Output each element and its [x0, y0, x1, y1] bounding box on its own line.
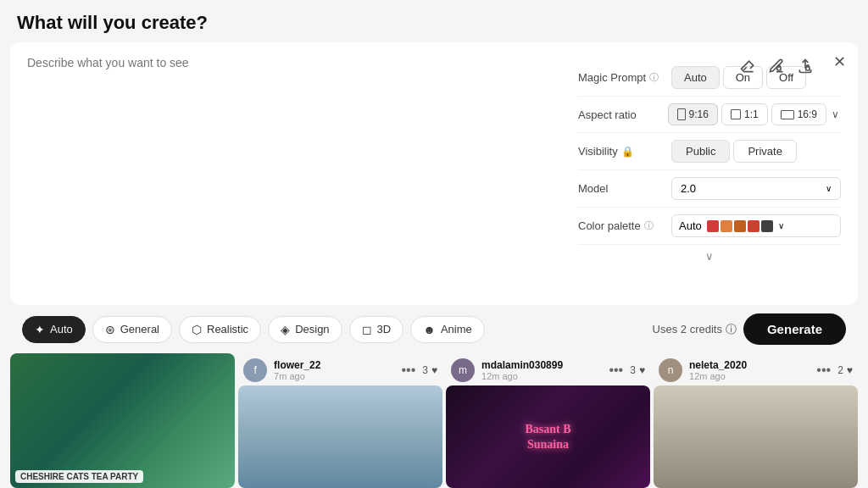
color-palette-row: Color palette ⓘ Auto ∨ [578, 208, 841, 245]
gallery-col-3: m mdalamin030899 12m ago ••• 3 ♥ Basant … [446, 353, 650, 488]
aspect-portrait-btn[interactable]: 9:16 [668, 103, 718, 125]
like-section-3: 3 ♥ [630, 364, 645, 376]
edit-lock-icon-btn[interactable] [766, 56, 787, 76]
settings-panel: Magic Prompt ⓘ Auto On Off Aspect ratio [578, 56, 841, 291]
color-swatches [707, 220, 773, 232]
avatar-4: n [659, 358, 682, 382]
style-design-btn[interactable]: ◈ Design [268, 316, 342, 343]
swatch-1 [707, 220, 719, 232]
gallery-col-2: f flower_22 7m ago ••• 3 ♥ [238, 353, 442, 488]
prompt-icons [737, 56, 815, 76]
swatch-2 [721, 220, 732, 232]
visibility-public-btn[interactable]: Public [671, 140, 730, 163]
like-count-3: 3 [630, 364, 636, 376]
like-section-2: 3 ♥ [422, 364, 437, 376]
aspect-ratio-label: Aspect ratio [578, 108, 668, 121]
aspect-ratio-controls: 9:16 1:1 16:9 ∨ [668, 103, 841, 125]
aspect-ratio-row: Aspect ratio 9:16 1:1 16:9 ∨ [578, 97, 841, 133]
landscape-icon [781, 110, 794, 119]
gallery-header-2: f flower_22 7m ago ••• 3 ♥ [238, 353, 442, 385]
model-select-btn[interactable]: 2.0 ∨ [671, 177, 841, 200]
model-chevron-icon: ∨ [826, 184, 832, 193]
more-btn-2[interactable]: ••• [401, 363, 415, 378]
bottom-bar: ✦ Auto ⊛ General ⬡ Realistic ◈ Design ◻ … [10, 305, 858, 353]
more-btn-3[interactable]: ••• [609, 363, 623, 378]
gallery: CHESHIRE CATS TEA PARTY f flower_22 7m a… [10, 353, 858, 488]
upload-lock-icon-btn[interactable] [795, 56, 815, 76]
magic-prompt-label: Magic Prompt ⓘ [578, 71, 671, 84]
like-count-2: 3 [422, 364, 428, 376]
magic-prompt-auto-btn[interactable]: Auto [671, 66, 720, 89]
heart-icon-2: ♥ [431, 364, 437, 376]
user-info-4: neleta_2020 12m ago [689, 359, 810, 381]
gallery-image-3: Basant BSunaina [446, 385, 650, 488]
color-palette-info-icon: ⓘ [644, 219, 654, 232]
close-button[interactable]: ✕ [833, 53, 846, 71]
gallery-col-4: n neleta_2020 12m ago ••• 2 ♥ [654, 353, 858, 488]
swatch-4 [748, 220, 760, 232]
page-title: What will you create? [0, 0, 868, 42]
anime-style-icon: ☻ [423, 323, 436, 336]
generate-button[interactable]: Generate [743, 313, 846, 345]
prompt-area [27, 56, 561, 291]
3d-style-icon: ◻ [362, 323, 372, 336]
username-2: flower_22 [274, 359, 394, 371]
style-3d-btn[interactable]: ◻ 3D [349, 316, 404, 343]
prompt-textarea[interactable] [27, 56, 561, 259]
more-btn-4[interactable]: ••• [816, 363, 831, 378]
style-anime-btn[interactable]: ☻ Anime [410, 316, 485, 343]
gallery-image-2 [238, 385, 442, 488]
model-row: Model 2.0 ∨ [578, 170, 841, 208]
design-style-icon: ◈ [281, 323, 290, 336]
visibility-controls: Public Private [671, 140, 841, 163]
eraser-icon-btn[interactable] [737, 56, 758, 76]
lock-icon: 🔒 [621, 146, 634, 158]
style-auto-btn[interactable]: ✦ Auto [22, 316, 86, 343]
expand-settings-btn[interactable]: ∨ [578, 245, 841, 264]
heart-icon-4: ♥ [847, 364, 853, 376]
auto-style-icon: ✦ [35, 323, 45, 336]
like-count-4: 2 [837, 364, 843, 376]
credits-text: Uses 2 credits ⓘ [653, 322, 737, 337]
swatch-3 [734, 220, 746, 232]
aspect-more-btn[interactable]: ∨ [830, 107, 841, 122]
square-icon [731, 109, 741, 119]
post-time-2: 7m ago [274, 371, 394, 381]
avatar-2: f [243, 358, 267, 382]
visibility-row: Visibility 🔒 Public Private [578, 133, 841, 170]
main-panel: ✕ Magic Prompt ⓘ Auto On Off Aspect rati… [10, 42, 858, 305]
like-section-4: 2 ♥ [837, 364, 853, 376]
realistic-style-icon: ⬡ [192, 323, 202, 336]
swatch-5 [761, 220, 773, 232]
gallery-image-1: CHESHIRE CATS TEA PARTY [10, 353, 235, 488]
general-style-icon: ⊛ [105, 323, 115, 336]
user-info-2: flower_22 7m ago [274, 359, 394, 381]
magic-prompt-info-icon: ⓘ [649, 71, 659, 84]
aspect-landscape-btn[interactable]: 16:9 [771, 103, 826, 125]
color-palette-label: Color palette ⓘ [578, 219, 671, 232]
gallery-col-1: CHESHIRE CATS TEA PARTY [10, 353, 235, 488]
visibility-private-btn[interactable]: Private [733, 140, 796, 163]
heart-icon-3: ♥ [639, 364, 645, 376]
user-info-3: mdalamin030899 12m ago [481, 359, 602, 381]
username-3: mdalamin030899 [481, 359, 602, 371]
post-time-3: 12m ago [481, 371, 602, 381]
portrait-icon [677, 108, 686, 120]
style-realistic-btn[interactable]: ⬡ Realistic [179, 316, 261, 343]
color-palette-btn[interactable]: Auto ∨ [671, 214, 841, 237]
svg-rect-1 [806, 67, 810, 70]
username-4: neleta_2020 [689, 359, 810, 371]
avatar-3: m [451, 358, 475, 382]
gallery-header-4: n neleta_2020 12m ago ••• 2 ♥ [654, 353, 858, 385]
aspect-square-btn[interactable]: 1:1 [721, 103, 768, 125]
style-general-btn[interactable]: ⊛ General [92, 316, 172, 343]
color-palette-controls: Auto ∨ [671, 214, 841, 237]
credits-info-icon: ⓘ [726, 322, 737, 337]
gallery-header-3: m mdalamin030899 12m ago ••• 3 ♥ [446, 353, 650, 385]
model-controls: 2.0 ∨ [671, 177, 841, 200]
visibility-label: Visibility 🔒 [578, 145, 671, 158]
model-label: Model [578, 182, 671, 195]
post-time-4: 12m ago [689, 371, 810, 381]
gallery-image-4 [654, 385, 858, 488]
expand-icon: ∨ [705, 250, 714, 263]
